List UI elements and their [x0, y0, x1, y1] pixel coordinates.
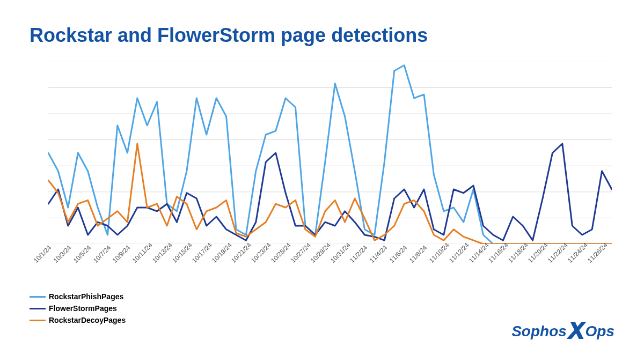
x-tick-label: 11/4/24: [368, 244, 389, 264]
logo-left: Sophos: [511, 323, 567, 340]
x-tick-label: 11/18/24: [507, 241, 530, 264]
x-tick-label: 11/12/24: [448, 241, 471, 264]
x-tick-label: 11/10/24: [428, 241, 451, 264]
legend-item-rockstarphish: RockstarPhishPages: [30, 292, 126, 301]
page-title: Rockstar and FlowerStorm page detections: [30, 24, 428, 47]
x-tick-label: 10/31/24: [329, 241, 352, 264]
sophos-xops-logo: Sophos X Ops: [511, 317, 614, 346]
x-tick-label: 11/14/24: [467, 241, 491, 264]
legend-swatch: [30, 308, 46, 309]
x-tick-label: 10/17/24: [191, 241, 214, 264]
legend-swatch: [30, 320, 46, 321]
x-tick-label: 10/5/24: [72, 244, 92, 264]
x-tick-label: 10/29/24: [309, 241, 332, 264]
chart-area: 10/1/2410/3/2410/5/2410/7/2410/9/2410/11…: [48, 62, 612, 276]
x-tick-label: 10/13/24: [151, 241, 174, 264]
x-tick-label: 11/24/24: [566, 241, 589, 264]
x-tick-label: 11/6/24: [388, 244, 408, 264]
logo-x-icon: X: [568, 316, 584, 345]
legend-item-rockstardecoy: RockstarDecoyPages: [30, 316, 126, 324]
x-tick-label: 11/16/24: [487, 241, 510, 264]
x-tick-label: 11/8/24: [408, 244, 428, 264]
x-tick-label: 10/21/24: [230, 241, 253, 264]
legend-label: RockstarDecoyPages: [49, 316, 126, 324]
x-tick-label: 10/19/24: [210, 241, 233, 264]
legend-item-flowerstorm: FlowerStormPages: [30, 304, 126, 313]
x-tick-label: 10/1/24: [32, 244, 53, 264]
x-tick-label: 10/7/24: [92, 244, 112, 264]
legend-swatch: [30, 296, 46, 298]
legend-label: RockstarPhishPages: [49, 292, 123, 301]
logo-right: Ops: [586, 323, 614, 340]
x-tick-label: 10/3/24: [52, 244, 72, 264]
x-tick-label: 10/9/24: [111, 244, 131, 264]
x-tick-label: 11/20/24: [526, 241, 550, 264]
legend-label: FlowerStormPages: [49, 304, 117, 313]
x-tick-label: 10/15/24: [171, 241, 194, 264]
x-tick-label: 10/25/24: [269, 241, 292, 264]
x-axis-labels: 10/1/2410/3/2410/5/2410/7/2410/9/2410/11…: [48, 244, 612, 276]
x-tick-label: 11/22/24: [546, 241, 569, 264]
x-tick-label: 10/11/24: [131, 241, 154, 264]
x-tick-label: 10/27/24: [289, 241, 312, 264]
x-tick-label: 10/23/24: [250, 241, 273, 264]
x-tick-label: 11/26/24: [586, 241, 609, 264]
legend: RockstarPhishPages FlowerStormPages Rock…: [30, 292, 126, 328]
line-chart: [48, 62, 612, 244]
